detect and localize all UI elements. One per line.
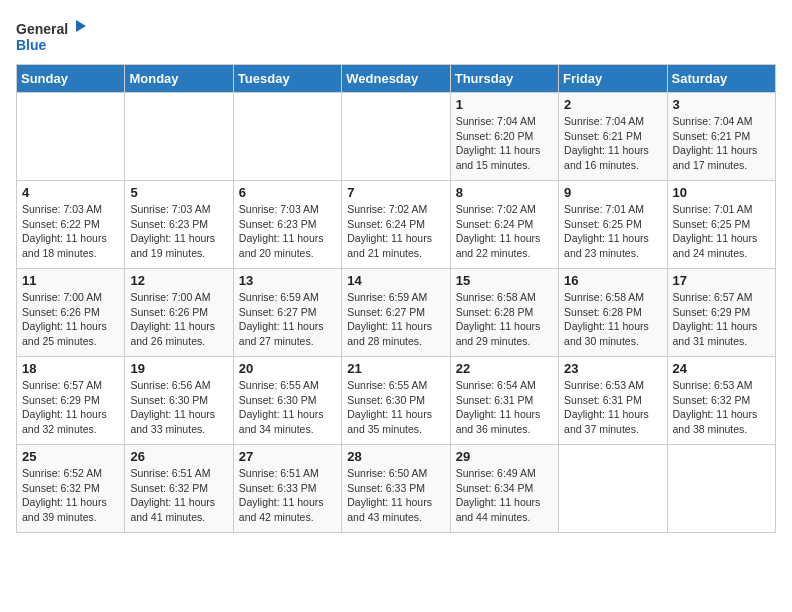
day-info: Sunrise: 6:58 AMSunset: 6:28 PMDaylight:… bbox=[456, 290, 553, 349]
day-number: 22 bbox=[456, 361, 553, 376]
day-info: Sunrise: 6:55 AMSunset: 6:30 PMDaylight:… bbox=[239, 378, 336, 437]
day-cell: 10Sunrise: 7:01 AMSunset: 6:25 PMDayligh… bbox=[667, 181, 775, 269]
day-cell: 3Sunrise: 7:04 AMSunset: 6:21 PMDaylight… bbox=[667, 93, 775, 181]
day-cell: 14Sunrise: 6:59 AMSunset: 6:27 PMDayligh… bbox=[342, 269, 450, 357]
day-info: Sunrise: 6:51 AMSunset: 6:33 PMDaylight:… bbox=[239, 466, 336, 525]
day-cell: 2Sunrise: 7:04 AMSunset: 6:21 PMDaylight… bbox=[559, 93, 667, 181]
day-number: 14 bbox=[347, 273, 444, 288]
day-info: Sunrise: 7:01 AMSunset: 6:25 PMDaylight:… bbox=[673, 202, 770, 261]
col-header-wednesday: Wednesday bbox=[342, 65, 450, 93]
day-info: Sunrise: 6:57 AMSunset: 6:29 PMDaylight:… bbox=[673, 290, 770, 349]
day-number: 28 bbox=[347, 449, 444, 464]
day-cell: 22Sunrise: 6:54 AMSunset: 6:31 PMDayligh… bbox=[450, 357, 558, 445]
day-info: Sunrise: 7:04 AMSunset: 6:21 PMDaylight:… bbox=[673, 114, 770, 173]
day-info: Sunrise: 7:00 AMSunset: 6:26 PMDaylight:… bbox=[22, 290, 119, 349]
day-number: 7 bbox=[347, 185, 444, 200]
day-info: Sunrise: 7:00 AMSunset: 6:26 PMDaylight:… bbox=[130, 290, 227, 349]
col-header-tuesday: Tuesday bbox=[233, 65, 341, 93]
day-cell: 1Sunrise: 7:04 AMSunset: 6:20 PMDaylight… bbox=[450, 93, 558, 181]
day-info: Sunrise: 6:55 AMSunset: 6:30 PMDaylight:… bbox=[347, 378, 444, 437]
day-cell: 19Sunrise: 6:56 AMSunset: 6:30 PMDayligh… bbox=[125, 357, 233, 445]
day-number: 3 bbox=[673, 97, 770, 112]
day-number: 1 bbox=[456, 97, 553, 112]
calendar-header-row: SundayMondayTuesdayWednesdayThursdayFrid… bbox=[17, 65, 776, 93]
day-cell: 26Sunrise: 6:51 AMSunset: 6:32 PMDayligh… bbox=[125, 445, 233, 533]
col-header-monday: Monday bbox=[125, 65, 233, 93]
day-number: 24 bbox=[673, 361, 770, 376]
day-number: 25 bbox=[22, 449, 119, 464]
day-cell bbox=[125, 93, 233, 181]
day-cell: 27Sunrise: 6:51 AMSunset: 6:33 PMDayligh… bbox=[233, 445, 341, 533]
day-info: Sunrise: 6:56 AMSunset: 6:30 PMDaylight:… bbox=[130, 378, 227, 437]
svg-text:Blue: Blue bbox=[16, 37, 47, 53]
day-number: 29 bbox=[456, 449, 553, 464]
day-cell bbox=[559, 445, 667, 533]
day-number: 19 bbox=[130, 361, 227, 376]
day-cell: 12Sunrise: 7:00 AMSunset: 6:26 PMDayligh… bbox=[125, 269, 233, 357]
svg-text:General: General bbox=[16, 21, 68, 37]
week-row-4: 25Sunrise: 6:52 AMSunset: 6:32 PMDayligh… bbox=[17, 445, 776, 533]
day-info: Sunrise: 6:51 AMSunset: 6:32 PMDaylight:… bbox=[130, 466, 227, 525]
week-row-0: 1Sunrise: 7:04 AMSunset: 6:20 PMDaylight… bbox=[17, 93, 776, 181]
day-cell: 4Sunrise: 7:03 AMSunset: 6:22 PMDaylight… bbox=[17, 181, 125, 269]
day-info: Sunrise: 6:50 AMSunset: 6:33 PMDaylight:… bbox=[347, 466, 444, 525]
day-cell bbox=[233, 93, 341, 181]
logo: General Blue bbox=[16, 16, 86, 56]
day-number: 5 bbox=[130, 185, 227, 200]
day-number: 11 bbox=[22, 273, 119, 288]
day-cell: 9Sunrise: 7:01 AMSunset: 6:25 PMDaylight… bbox=[559, 181, 667, 269]
day-info: Sunrise: 6:52 AMSunset: 6:32 PMDaylight:… bbox=[22, 466, 119, 525]
day-cell: 25Sunrise: 6:52 AMSunset: 6:32 PMDayligh… bbox=[17, 445, 125, 533]
week-row-3: 18Sunrise: 6:57 AMSunset: 6:29 PMDayligh… bbox=[17, 357, 776, 445]
logo-svg: General Blue bbox=[16, 16, 86, 56]
week-row-1: 4Sunrise: 7:03 AMSunset: 6:22 PMDaylight… bbox=[17, 181, 776, 269]
day-cell bbox=[17, 93, 125, 181]
day-info: Sunrise: 6:54 AMSunset: 6:31 PMDaylight:… bbox=[456, 378, 553, 437]
day-number: 2 bbox=[564, 97, 661, 112]
day-cell: 18Sunrise: 6:57 AMSunset: 6:29 PMDayligh… bbox=[17, 357, 125, 445]
week-row-2: 11Sunrise: 7:00 AMSunset: 6:26 PMDayligh… bbox=[17, 269, 776, 357]
day-cell: 13Sunrise: 6:59 AMSunset: 6:27 PMDayligh… bbox=[233, 269, 341, 357]
col-header-friday: Friday bbox=[559, 65, 667, 93]
day-info: Sunrise: 6:58 AMSunset: 6:28 PMDaylight:… bbox=[564, 290, 661, 349]
calendar-table: SundayMondayTuesdayWednesdayThursdayFrid… bbox=[16, 64, 776, 533]
day-number: 17 bbox=[673, 273, 770, 288]
day-cell: 28Sunrise: 6:50 AMSunset: 6:33 PMDayligh… bbox=[342, 445, 450, 533]
day-number: 4 bbox=[22, 185, 119, 200]
day-info: Sunrise: 7:04 AMSunset: 6:20 PMDaylight:… bbox=[456, 114, 553, 173]
day-number: 13 bbox=[239, 273, 336, 288]
day-number: 21 bbox=[347, 361, 444, 376]
day-info: Sunrise: 7:02 AMSunset: 6:24 PMDaylight:… bbox=[456, 202, 553, 261]
day-cell: 8Sunrise: 7:02 AMSunset: 6:24 PMDaylight… bbox=[450, 181, 558, 269]
col-header-sunday: Sunday bbox=[17, 65, 125, 93]
day-cell: 16Sunrise: 6:58 AMSunset: 6:28 PMDayligh… bbox=[559, 269, 667, 357]
col-header-thursday: Thursday bbox=[450, 65, 558, 93]
day-info: Sunrise: 7:03 AMSunset: 6:23 PMDaylight:… bbox=[239, 202, 336, 261]
day-cell: 21Sunrise: 6:55 AMSunset: 6:30 PMDayligh… bbox=[342, 357, 450, 445]
day-number: 18 bbox=[22, 361, 119, 376]
day-cell: 15Sunrise: 6:58 AMSunset: 6:28 PMDayligh… bbox=[450, 269, 558, 357]
day-info: Sunrise: 7:02 AMSunset: 6:24 PMDaylight:… bbox=[347, 202, 444, 261]
day-cell: 24Sunrise: 6:53 AMSunset: 6:32 PMDayligh… bbox=[667, 357, 775, 445]
day-cell bbox=[342, 93, 450, 181]
day-info: Sunrise: 7:01 AMSunset: 6:25 PMDaylight:… bbox=[564, 202, 661, 261]
day-info: Sunrise: 6:53 AMSunset: 6:32 PMDaylight:… bbox=[673, 378, 770, 437]
day-info: Sunrise: 6:57 AMSunset: 6:29 PMDaylight:… bbox=[22, 378, 119, 437]
day-number: 9 bbox=[564, 185, 661, 200]
day-number: 23 bbox=[564, 361, 661, 376]
col-header-saturday: Saturday bbox=[667, 65, 775, 93]
day-info: Sunrise: 6:59 AMSunset: 6:27 PMDaylight:… bbox=[347, 290, 444, 349]
day-cell: 29Sunrise: 6:49 AMSunset: 6:34 PMDayligh… bbox=[450, 445, 558, 533]
day-cell: 23Sunrise: 6:53 AMSunset: 6:31 PMDayligh… bbox=[559, 357, 667, 445]
day-info: Sunrise: 6:53 AMSunset: 6:31 PMDaylight:… bbox=[564, 378, 661, 437]
day-number: 12 bbox=[130, 273, 227, 288]
day-number: 10 bbox=[673, 185, 770, 200]
day-number: 27 bbox=[239, 449, 336, 464]
day-info: Sunrise: 7:04 AMSunset: 6:21 PMDaylight:… bbox=[564, 114, 661, 173]
day-number: 6 bbox=[239, 185, 336, 200]
day-number: 16 bbox=[564, 273, 661, 288]
day-cell: 5Sunrise: 7:03 AMSunset: 6:23 PMDaylight… bbox=[125, 181, 233, 269]
day-cell: 17Sunrise: 6:57 AMSunset: 6:29 PMDayligh… bbox=[667, 269, 775, 357]
day-cell: 11Sunrise: 7:00 AMSunset: 6:26 PMDayligh… bbox=[17, 269, 125, 357]
day-number: 26 bbox=[130, 449, 227, 464]
